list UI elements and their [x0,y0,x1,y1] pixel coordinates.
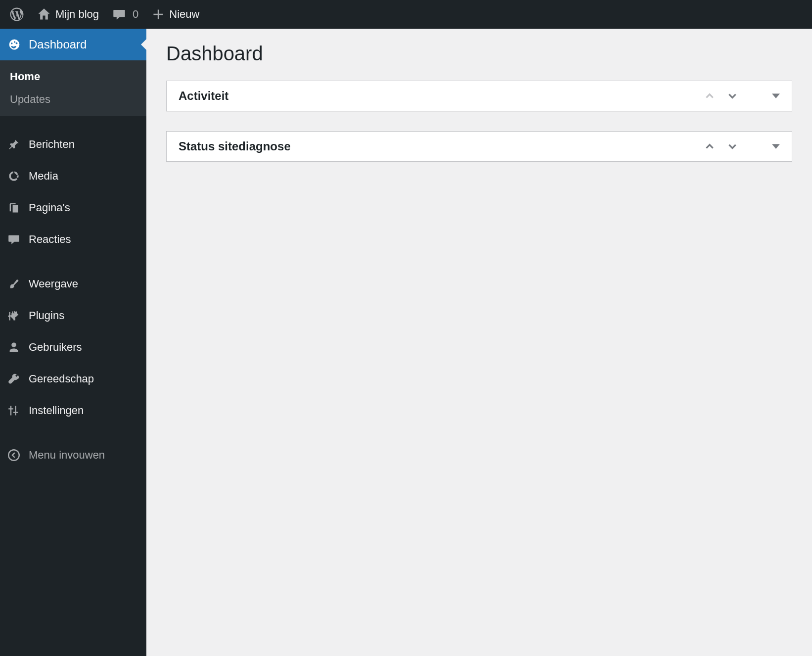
new-content-link[interactable]: Nieuw [145,0,206,29]
plus-icon [152,8,164,20]
submenu-home[interactable]: Home [0,65,146,88]
collapse-menu-button[interactable]: Menu invouwen [0,439,146,471]
postbox-actions [703,140,783,153]
sidebar-item-label: Pagina's [29,201,70,214]
sidebar-item-appearance[interactable]: Weergave [0,268,146,300]
comment-icon [8,234,26,245]
sidebar-item-plugins[interactable]: Plugins [0,300,146,331]
svg-point-0 [8,450,19,461]
media-icon [8,170,26,182]
dashboard-submenu: Home Updates [0,60,146,116]
menu-separator [0,426,146,439]
sidebar-item-media[interactable]: Media [0,160,146,192]
sidebar-item-label: Instellingen [29,404,84,417]
move-up-button [703,89,717,103]
comments-link[interactable]: 0 [106,0,145,29]
site-name: Mijn blog [55,8,99,21]
sidebar-item-tools[interactable]: Gereedschap [0,363,146,395]
pages-icon [8,202,26,214]
wp-logo[interactable] [3,0,31,29]
wrench-icon [8,373,26,385]
sidebar-item-label: Gereedschap [29,373,94,385]
postbox-actions [703,89,783,103]
sidebar-item-posts[interactable]: Berichten [0,129,146,160]
sidebar-item-label: Dashboard [29,38,87,51]
postbox-title: Status sitediagnose [179,140,291,153]
postbox-site-health: Status sitediagnose [166,131,792,162]
pin-icon [8,139,26,150]
dashboard-icon [8,38,26,51]
sliders-icon [8,405,26,417]
move-down-button[interactable] [725,140,739,153]
wordpress-icon [10,7,24,21]
postbox-header: Activiteit [167,81,792,111]
menu-separator [0,255,146,268]
comment-icon [113,8,126,21]
page-title: Dashboard [166,43,792,65]
main-content: Dashboard Activiteit Status sitediagnose [146,29,812,656]
sidebar-item-pages[interactable]: Pagina's [0,192,146,224]
sidebar-item-label: Media [29,170,58,183]
sidebar-item-label: Weergave [29,278,78,290]
sidebar-item-comments[interactable]: Reacties [0,224,146,255]
site-name-link[interactable]: Mijn blog [31,0,106,29]
sidebar-item-users[interactable]: Gebruikers [0,331,146,363]
postbox-activity: Activiteit [166,81,792,111]
collapse-icon [8,449,26,461]
submenu-updates[interactable]: Updates [0,88,146,111]
sidebar-item-label: Reacties [29,233,71,246]
sidebar-item-label: Berichten [29,138,75,151]
collapse-label: Menu invouwen [29,449,105,462]
admin-sidebar: Dashboard Home Updates Berichten Media P… [0,29,146,656]
sidebar-item-settings[interactable]: Instellingen [0,395,146,426]
move-down-button[interactable] [725,89,739,103]
plug-icon [8,310,26,322]
sidebar-item-label: Gebruikers [29,341,82,354]
move-up-button[interactable] [703,140,717,153]
postbox-header: Status sitediagnose [167,132,792,161]
user-icon [8,341,26,353]
admin-toolbar: Mijn blog 0 Nieuw [0,0,812,29]
new-content-label: Nieuw [169,8,199,21]
postbox-title: Activiteit [179,89,228,103]
menu-separator [0,116,146,129]
sidebar-item-dashboard[interactable]: Dashboard [0,29,146,60]
toggle-panel-button[interactable] [769,140,783,153]
sidebar-item-label: Plugins [29,309,64,322]
toggle-panel-button[interactable] [769,89,783,103]
comments-count: 0 [133,8,138,21]
brush-icon [8,278,26,290]
home-icon [38,8,50,21]
